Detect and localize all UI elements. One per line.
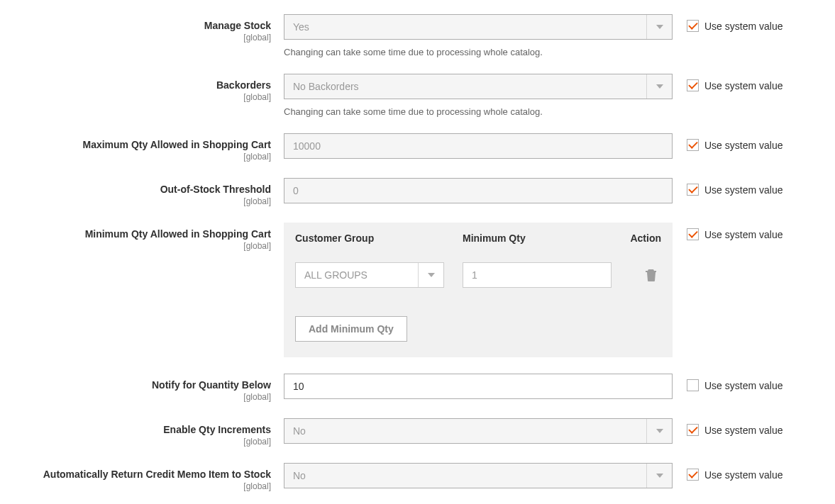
trash-icon[interactable] (646, 269, 661, 281)
min-qty-block: Customer Group Minimum Qty Action ALL GR… (284, 223, 673, 357)
notify-below-use-system-checkbox[interactable] (687, 379, 699, 391)
min-qty-header-action: Action (621, 233, 661, 244)
backorders-use-system-checkbox[interactable] (687, 79, 699, 91)
min-qty-header-min: Minimum Qty (463, 233, 621, 244)
notify-below-input[interactable] (284, 374, 673, 399)
scope-label: [global] (0, 241, 271, 251)
add-minimum-qty-button: Add Minimum Qty (295, 316, 407, 342)
min-qty-use-system-checkbox[interactable] (687, 228, 699, 240)
scope-label: [global] (0, 33, 271, 43)
field-label-min-qty: Minimum Qty Allowed in Shopping Cart (0, 228, 271, 240)
use-system-label: Use system value (704, 229, 783, 240)
field-label-max-qty: Maximum Qty Allowed in Shopping Cart (0, 139, 271, 150)
use-system-label: Use system value (704, 380, 783, 391)
enable-incr-value: No (293, 425, 306, 437)
scope-label: [global] (0, 152, 271, 162)
field-label-out-of-stock: Out-of-Stock Threshold (0, 184, 271, 195)
min-qty-header-group: Customer Group (295, 233, 454, 244)
out-of-stock-use-system-checkbox[interactable] (687, 184, 699, 196)
manage-stock-value: Yes (293, 21, 309, 33)
use-system-label: Use system value (704, 469, 783, 481)
use-system-label: Use system value (704, 21, 783, 32)
field-label-enable-incr: Enable Qty Increments (0, 424, 271, 435)
manage-stock-hint: Changing can take some time due to proce… (284, 47, 673, 57)
max-qty-input (284, 133, 673, 159)
chevron-down-icon (646, 464, 672, 488)
enable-incr-select: No (284, 418, 673, 444)
out-of-stock-input (284, 178, 673, 203)
scope-label: [global] (0, 437, 271, 447)
enable-incr-use-system-checkbox[interactable] (687, 424, 699, 436)
manage-stock-select: Yes (284, 14, 673, 40)
use-system-label: Use system value (704, 425, 783, 436)
max-qty-use-system-checkbox[interactable] (687, 139, 699, 151)
minimum-qty-input (463, 262, 612, 288)
backorders-value: No Backorders (293, 81, 359, 92)
field-label-notify-below: Notify for Quantity Below (0, 379, 271, 391)
chevron-down-icon (418, 263, 443, 287)
auto-return-value: No (293, 470, 306, 481)
chevron-down-icon (646, 15, 672, 39)
field-label-backorders: Backorders (0, 79, 271, 91)
min-qty-row: ALL GROUPS (284, 244, 673, 303)
auto-return-select: No (284, 463, 673, 488)
chevron-down-icon (646, 419, 672, 443)
customer-group-value: ALL GROUPS (304, 269, 367, 281)
field-label-manage-stock: Manage Stock (0, 20, 271, 31)
scope-label: [global] (0, 196, 271, 206)
field-label-auto-return: Automatically Return Credit Memo Item to… (0, 469, 271, 480)
use-system-label: Use system value (704, 140, 783, 151)
backorders-select: No Backorders (284, 74, 673, 99)
auto-return-use-system-checkbox[interactable] (687, 469, 699, 481)
scope-label: [global] (0, 92, 271, 102)
use-system-label: Use system value (704, 184, 783, 196)
chevron-down-icon (646, 74, 672, 99)
customer-group-select: ALL GROUPS (295, 262, 444, 288)
scope-label: [global] (0, 481, 271, 491)
use-system-label: Use system value (704, 80, 783, 91)
manage-stock-use-system-checkbox[interactable] (687, 20, 699, 32)
backorders-hint: Changing can take some time due to proce… (284, 106, 673, 117)
scope-label: [global] (0, 392, 271, 402)
